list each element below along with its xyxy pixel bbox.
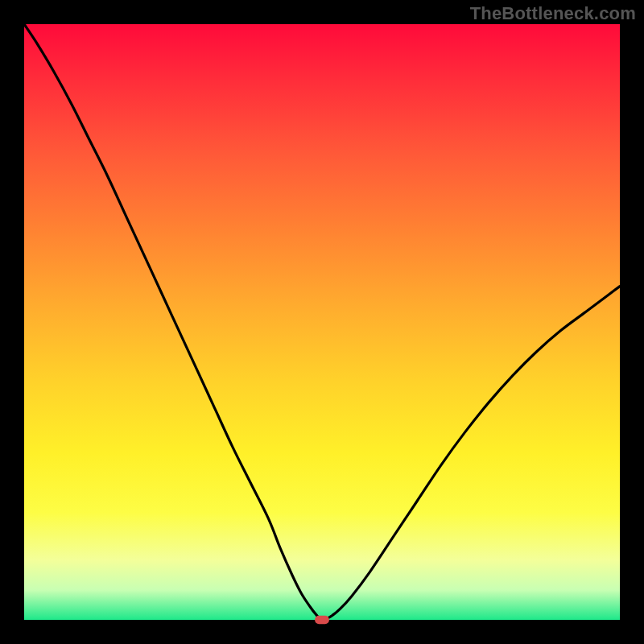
- bottleneck-curve: [24, 24, 620, 620]
- optimum-marker: [315, 616, 329, 624]
- watermark-text: TheBottleneck.com: [470, 3, 636, 24]
- plot-area: [24, 24, 620, 620]
- chart-frame: TheBottleneck.com: [0, 0, 644, 644]
- chart-svg: [24, 24, 620, 620]
